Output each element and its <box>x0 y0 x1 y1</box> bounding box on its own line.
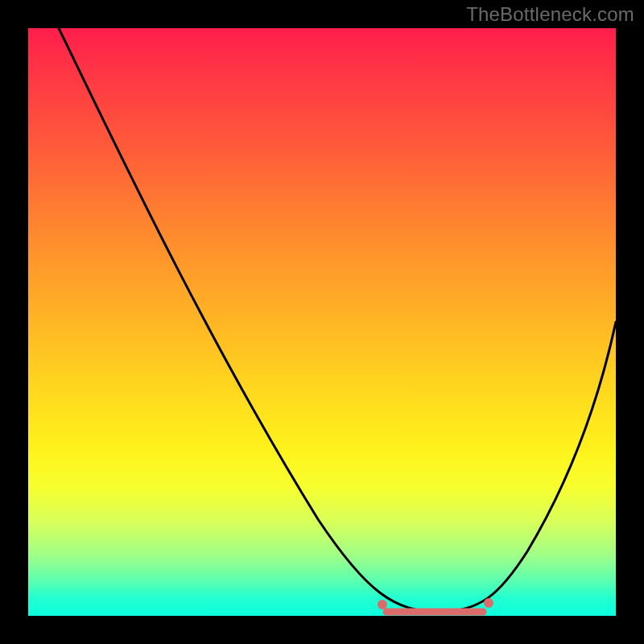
plot-area <box>28 28 616 616</box>
curve-layer <box>28 28 616 616</box>
optimal-range-end-dot <box>484 598 493 608</box>
bottleneck-curve <box>59 28 616 612</box>
watermark-text: TheBottleneck.com <box>466 3 634 26</box>
optimal-range-start-dot <box>378 600 387 609</box>
chart-container: TheBottleneck.com <box>0 0 644 644</box>
